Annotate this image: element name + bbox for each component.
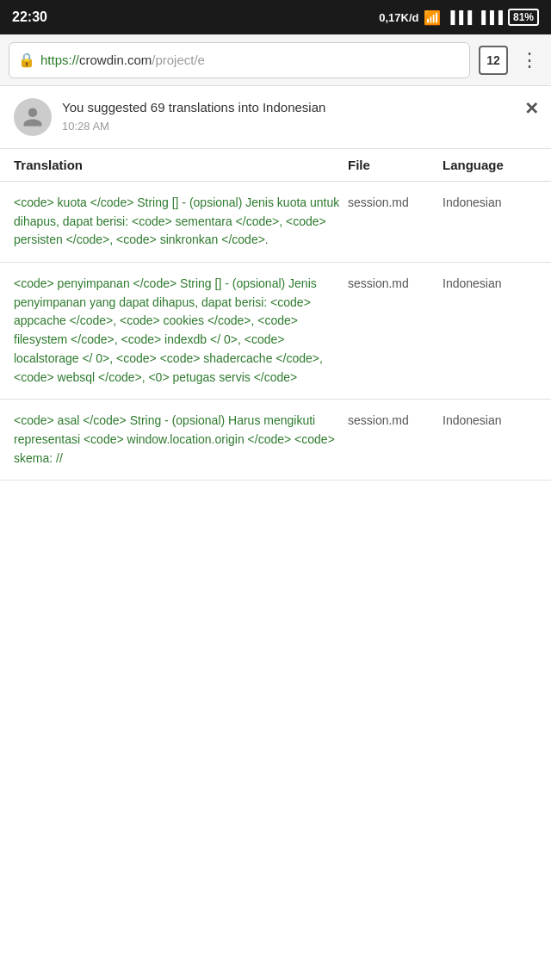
url-https: https:// [40, 53, 79, 67]
table-row: <code> penyimpanan </code> String [] - (… [0, 263, 551, 400]
network-speed: 0,17K/d [379, 11, 418, 24]
notification-close-button[interactable]: ✕ [524, 98, 539, 119]
signal-icon2: ▐▐▐ [477, 10, 503, 24]
cell-file: session.md [348, 275, 443, 290]
notification-text: You suggested 69 translations into Indon… [62, 98, 537, 116]
status-time: 22:30 [12, 9, 47, 25]
cell-file: session.md [348, 194, 443, 209]
browser-menu-button[interactable]: ⋮ [517, 49, 542, 71]
notification-banner: You suggested 69 translations into Indon… [0, 86, 551, 149]
notification-content: You suggested 69 translations into Indon… [62, 98, 537, 133]
tab-count-button[interactable]: 12 [479, 46, 508, 75]
url-bar[interactable]: 🔒 https://crowdin.com/project/e [9, 42, 470, 78]
column-header-translation: Translation [14, 158, 348, 172]
avatar [14, 98, 52, 136]
battery-icon: 81% [508, 9, 539, 26]
cell-language: Indonesian [443, 275, 537, 290]
browser-bar: 🔒 https://crowdin.com/project/e 12 ⋮ [0, 34, 551, 86]
notification-time: 10:28 AM [62, 120, 537, 133]
cell-translation: <code> kuota </code> String [] - (opsion… [14, 194, 348, 250]
status-bar: 22:30 0,17K/d 📶 ▐▐▐ ▐▐▐ 81% [0, 0, 551, 34]
cell-file: session.md [348, 412, 443, 427]
cell-translation: <code> asal </code> String - (opsional) … [14, 412, 348, 468]
table-row: <code> asal </code> String - (opsional) … [0, 400, 551, 481]
table-row: <code> kuota </code> String [] - (opsion… [0, 182, 551, 263]
url-domain: crowdin.com [79, 53, 152, 67]
lock-icon: 🔒 [18, 52, 35, 68]
column-header-file: File [348, 158, 443, 172]
table-header: Translation File Language [0, 149, 551, 182]
status-right: 0,17K/d 📶 ▐▐▐ ▐▐▐ 81% [379, 9, 539, 26]
url-text: https://crowdin.com/project/e [40, 53, 205, 67]
user-icon [22, 106, 44, 128]
cell-language: Indonesian [443, 412, 537, 427]
signal-icon: ▐▐▐ [446, 10, 472, 24]
url-path: /project/e [152, 53, 205, 67]
column-header-language: Language [443, 158, 537, 172]
translations-table: Translation File Language <code> kuota <… [0, 149, 551, 481]
cell-translation: <code> penyimpanan </code> String [] - (… [14, 275, 348, 387]
cell-language: Indonesian [443, 194, 537, 209]
wifi-icon: 📶 [424, 9, 441, 26]
